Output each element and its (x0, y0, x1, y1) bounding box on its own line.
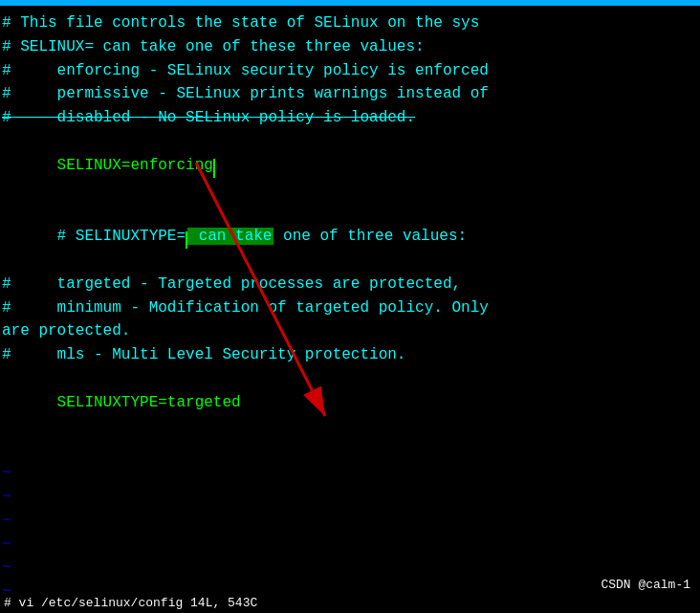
line-4: # permissive - SELinux prints warnings i… (0, 82, 700, 106)
line-1: # This file controls the state of SELinu… (0, 11, 700, 35)
selinuxtype-rest: one of three values: (273, 228, 467, 245)
status-bar: CSDN @calm-1 (601, 578, 690, 592)
selinuxtype-comment-prefix: # SELINUXTYPE= (57, 228, 186, 245)
selinuxtype-value: SELINUXTYPE=targeted (57, 394, 241, 411)
line-12: SELINUXTYPE=targeted (0, 367, 700, 438)
line-11: # mls - Multi Level Security protection. (0, 343, 700, 367)
line-9: # minimum - Modification of targeted pol… (0, 296, 700, 320)
top-bar (0, 0, 700, 6)
tilde-5: ~ (0, 557, 700, 580)
terminal-content: # This file controls the state of SELinu… (0, 4, 700, 613)
tilde-2: ~ (0, 486, 700, 510)
highlighted-text: can take (187, 228, 273, 245)
line-5: # disabled - No SELinux policy is loaded… (0, 106, 700, 130)
selinux-value: SELINUX=enforcing (57, 157, 213, 174)
line-2: # SELINUX= can take one of these three v… (0, 35, 700, 59)
status-text: CSDN @calm-1 (601, 578, 690, 592)
line-6: SELINUX=enforcing (0, 130, 700, 201)
line-empty (0, 438, 700, 462)
bottom-bar: # vi /etc/selinux/config 14L, 543C (0, 592, 700, 613)
tilde-4: ~ (0, 534, 700, 558)
line-10: are protected. (0, 319, 700, 343)
line-8: # targeted - Targeted processes are prot… (0, 273, 700, 296)
tilde-3: ~ (0, 510, 700, 534)
line-7: # SELINUXTYPE= can take one of three val… (0, 201, 700, 272)
tilde-1: ~ (0, 462, 700, 486)
terminal: # This file controls the state of SELinu… (0, 0, 700, 613)
line-3: # enforcing - SELinux security policy is… (0, 59, 700, 83)
bottom-command: # vi /etc/selinux/config 14L, 543C (4, 596, 257, 610)
cursor (213, 159, 215, 178)
